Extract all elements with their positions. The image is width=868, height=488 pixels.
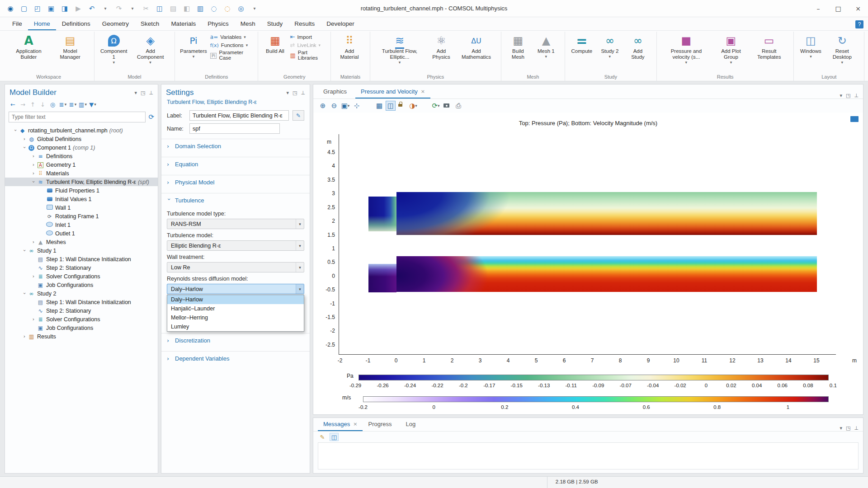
ribbon-small-button[interactable]: Functions ▾: [210, 42, 255, 48]
ribbon-tab[interactable]: Study: [261, 18, 289, 30]
tree-item[interactable]: › Component 1 (comp 1): [5, 143, 158, 152]
lock-axes-button[interactable]: [397, 101, 407, 111]
model-tree-columns-button[interactable]: ▥ ▾: [78, 100, 87, 109]
ribbon-button[interactable]: Parameters ▾: [178, 33, 209, 60]
dropdown-option[interactable]: Lumley: [167, 322, 304, 331]
filter-button[interactable]: ▼ ▾: [88, 100, 97, 109]
ribbon-button[interactable]: Reset Desktop ▾: [825, 33, 859, 66]
ribbon-button[interactable]: Turbulent Flow, Elliptic... ▾: [373, 33, 426, 66]
ribbon-tab[interactable]: Sketch: [135, 18, 165, 30]
axes-toggle-button[interactable]: [374, 101, 384, 111]
tree-expander-icon[interactable]: ›: [21, 136, 28, 142]
tree-expander-icon[interactable]: ›: [30, 162, 37, 168]
open-button[interactable]: [32, 3, 43, 14]
ribbon-button[interactable]: Compute: [568, 33, 596, 61]
ribbon-button[interactable]: Build All: [261, 33, 289, 56]
tree-item[interactable]: › Definitions: [5, 152, 158, 160]
tree-expander-icon[interactable]: ›: [30, 153, 37, 159]
paste-button[interactable]: [167, 3, 179, 14]
tree-item[interactable]: Initial Values 1: [5, 195, 158, 203]
tree-item[interactable]: Rotating Frame 1: [5, 212, 158, 221]
ribbon-small-button[interactable]: Variables ▾: [210, 33, 255, 40]
ribbon-tab[interactable]: Definitions: [56, 18, 96, 30]
ribbon-button[interactable]: Mesh 1 ▾: [532, 33, 560, 61]
view-toggle-button[interactable]: [386, 101, 396, 111]
tree-item[interactable]: Step 1: Wall Distance Initialization: [5, 298, 158, 306]
undo-button[interactable]: [86, 3, 98, 14]
section-header[interactable]: › Physical Model: [161, 175, 310, 189]
tree-item[interactable]: Job Configurations: [5, 324, 158, 332]
clear-selection-button[interactable]: [222, 3, 233, 14]
tree-expander-icon[interactable]: ›: [22, 145, 28, 151]
messages-tab[interactable]: Progress: [363, 418, 400, 431]
select-box[interactable]: Elliptic Blending R-ε ▾: [167, 240, 304, 251]
save-preview-button[interactable]: [59, 3, 71, 14]
copy-button[interactable]: [154, 3, 165, 14]
delete-button[interactable]: [194, 3, 206, 14]
expand-all-button[interactable]: ≣ ▾: [58, 100, 67, 109]
ribbon-tab[interactable]: Mesh: [235, 18, 261, 30]
name-input[interactable]: [189, 123, 280, 134]
tree-item[interactable]: Outlet 1: [5, 229, 158, 238]
tree-expander-icon[interactable]: ›: [30, 273, 37, 279]
ribbon-small-button[interactable]: LiveLink ▾: [290, 42, 327, 48]
pin-panel-icon[interactable]: ⊥: [854, 93, 859, 99]
ribbon-button[interactable]: Add Mathematics: [456, 33, 496, 66]
tree-item[interactable]: › Meshes: [5, 238, 158, 246]
messages-tab[interactable]: Messages ×: [318, 418, 363, 431]
scene-color-button[interactable]: ▾: [408, 101, 418, 111]
comsol-logo[interactable]: [5, 3, 16, 14]
ribbon-small-button[interactable]: Part Libraries: [290, 50, 327, 61]
ribbon-button[interactable]: Application Builder: [6, 33, 51, 61]
dropdown-option[interactable]: Mellor–Herring: [167, 313, 304, 322]
tree-expander-icon[interactable]: ›: [30, 239, 37, 245]
tree-item[interactable]: › Study 1: [5, 246, 158, 255]
panel-menu-icon[interactable]: ▾: [134, 90, 137, 96]
zoom-extents-button[interactable]: [352, 101, 362, 111]
messages-content[interactable]: [318, 442, 859, 469]
tree-item[interactable]: › Solver Configurations: [5, 315, 158, 324]
undo-caret[interactable]: [99, 3, 111, 14]
close-tab-icon[interactable]: ×: [353, 421, 357, 427]
save-button[interactable]: [45, 3, 57, 14]
pin-panel-icon[interactable]: ⊥: [149, 90, 153, 96]
copy-messages-icon[interactable]: ◫: [330, 433, 339, 441]
float-panel-icon[interactable]: ◳: [846, 425, 850, 431]
help-button[interactable]: ?: [855, 20, 863, 28]
ribbon-tab[interactable]: Geometry: [96, 18, 135, 30]
pin-panel-icon[interactable]: ⊥: [854, 425, 859, 431]
tree-item[interactable]: › Global Definitions: [5, 135, 158, 143]
section-header[interactable]: › Equation: [161, 157, 310, 171]
select-box-button[interactable]: [208, 3, 220, 14]
tree-expander-icon[interactable]: ›: [21, 333, 28, 339]
move-down-button[interactable]: ↓: [38, 100, 47, 109]
refresh-icon[interactable]: ⟳: [148, 113, 154, 121]
ribbon-button[interactable]: Component 1 ▾: [97, 33, 131, 66]
run-button[interactable]: [72, 3, 84, 14]
close-tab-icon[interactable]: ×: [421, 89, 425, 94]
panel-menu-icon[interactable]: ▾: [286, 90, 289, 96]
ribbon-button[interactable]: Add Study: [624, 33, 652, 61]
find-button[interactable]: [235, 3, 247, 14]
section-header[interactable]: › Turbulence: [161, 193, 310, 207]
clear-messages-icon[interactable]: ✎: [318, 433, 327, 441]
tree-item[interactable]: Step 1: Wall Distance Initialization: [5, 255, 158, 263]
minimize-button[interactable]: –: [808, 0, 828, 17]
ribbon-button[interactable]: Windows ▾: [797, 33, 825, 66]
float-panel-icon[interactable]: ◳: [846, 93, 850, 99]
ribbon-tab[interactable]: Physics: [202, 18, 235, 30]
ribbon-button[interactable]: Add Component ▾: [131, 33, 170, 66]
zoom-out-button[interactable]: [329, 101, 339, 111]
tree-item[interactable]: › Geometry 1: [5, 160, 158, 169]
ribbon-button[interactable]: Add Material: [334, 33, 365, 61]
ribbon-button[interactable]: Result Templates: [749, 33, 789, 66]
tree-expander-icon[interactable]: ›: [30, 316, 37, 322]
tree-item[interactable]: › Turbulent Flow, Elliptic Blending R-ε …: [5, 178, 158, 186]
tree-item[interactable]: › Results: [5, 332, 158, 341]
ribbon-tab[interactable]: Home: [28, 18, 56, 30]
graphics-tab[interactable]: Pressure and Velocity ×: [355, 85, 430, 99]
float-panel-icon[interactable]: ◳: [292, 90, 297, 96]
select-box[interactable]: Low Re ▾: [167, 262, 304, 272]
tree-item[interactable]: › Materials: [5, 169, 158, 178]
plot-canvas[interactable]: Top: Pressure (Pa); Bottom: Velocity Mag…: [313, 113, 863, 414]
